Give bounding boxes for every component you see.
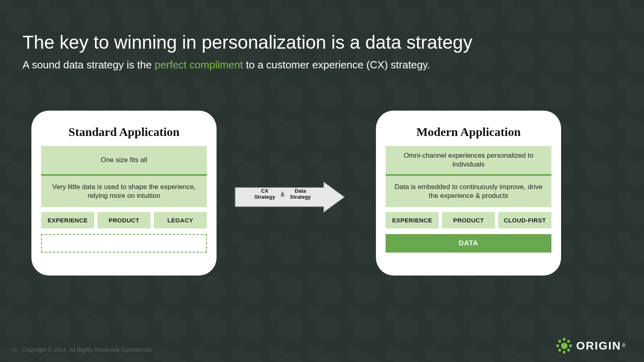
arrow-right-label: Data Strategy bbox=[290, 188, 311, 200]
subtitle-after: to a customer experience (CX) strategy. bbox=[243, 59, 430, 71]
modern-tag-row: EXPERIENCE PRODUCT CLOUD-FIRST bbox=[386, 212, 551, 228]
modern-tag-cloud-first: CLOUD-FIRST bbox=[498, 212, 551, 228]
standard-tag-product: PRODUCT bbox=[97, 212, 151, 228]
modern-data-bar: DATA bbox=[386, 234, 551, 253]
standard-empty-data-slot bbox=[41, 234, 207, 253]
subtitle-before: A sound data strategy is the bbox=[23, 59, 155, 71]
brand-name: ORIGIN bbox=[576, 339, 621, 352]
standard-application-card: Standard Application One size fits all V… bbox=[31, 111, 217, 276]
page-number-placeholder: ‹#› bbox=[11, 347, 18, 353]
arrow-labels: CX Strategy & Data Strategy bbox=[242, 188, 324, 200]
copyright-text: Copyright © 2024. All Rights Reserved. C… bbox=[22, 347, 153, 353]
arrow-left-line1: CX bbox=[254, 188, 275, 194]
modern-tag-experience: EXPERIENCE bbox=[386, 212, 439, 228]
arrow-left-label: CX Strategy bbox=[254, 188, 275, 200]
arrow-left-line2: Strategy bbox=[254, 194, 275, 200]
brand-registered: ® bbox=[622, 343, 625, 348]
standard-tag-experience: EXPERIENCE bbox=[41, 212, 94, 228]
modern-mid-block: Data is embedded to continuously improve… bbox=[386, 176, 551, 207]
modern-application-card: Modern Application Omni-channel experien… bbox=[376, 111, 561, 276]
standard-card-title: Standard Application bbox=[41, 125, 207, 139]
transition-arrow: CX Strategy & Data Strategy bbox=[234, 181, 345, 213]
footer: ‹#› Copyright © 2024. All Rights Reserve… bbox=[11, 347, 153, 353]
arrow-ampersand: & bbox=[281, 191, 285, 197]
arrow-right-line2: Strategy bbox=[290, 194, 311, 200]
standard-tag-legacy: LEGACY bbox=[154, 212, 207, 228]
modern-tag-product: PRODUCT bbox=[442, 212, 495, 228]
slide-title: The key to winning in personalization is… bbox=[23, 31, 472, 53]
arrow-right-line1: Data bbox=[290, 188, 311, 194]
standard-tag-row: EXPERIENCE PRODUCT LEGACY bbox=[41, 212, 207, 228]
modern-card-title: Modern Application bbox=[386, 125, 551, 139]
slide-subtitle: A sound data strategy is the perfect com… bbox=[23, 59, 430, 71]
brand-logo: ORIGIN® bbox=[556, 338, 625, 354]
standard-top-block: One size fits all bbox=[41, 146, 207, 174]
modern-top-block: Omni-channel experiences personalized to… bbox=[386, 146, 551, 174]
logo-text: ORIGIN® bbox=[576, 339, 625, 352]
logo-mark-icon bbox=[556, 338, 572, 354]
standard-mid-block: Very little data is used to shape the ex… bbox=[41, 176, 207, 207]
subtitle-highlight: perfect compliment bbox=[155, 59, 243, 71]
